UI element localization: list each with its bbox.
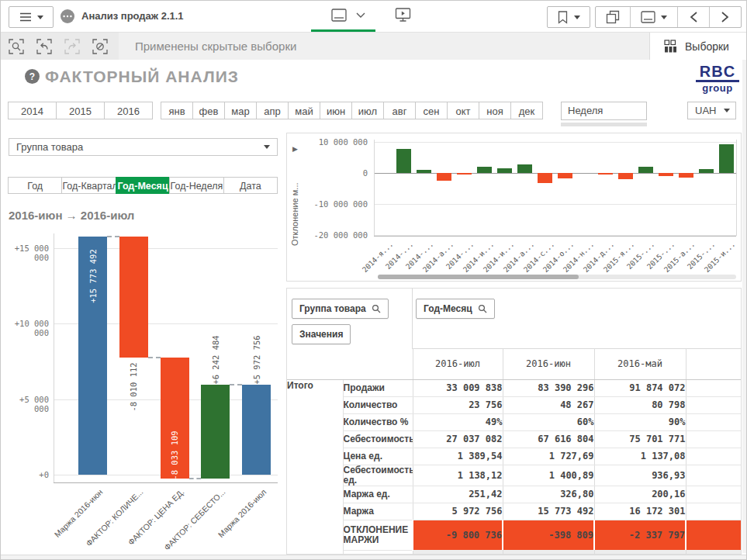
month-button[interactable]: дек [510,102,543,119]
pivot-highlight-cell [686,520,742,550]
pivot-value-cell: 23 756 [413,396,503,413]
week-filter-input[interactable]: Неделя [561,102,647,120]
month-button[interactable]: июн [320,102,352,119]
tab-Год-Неделя[interactable]: Год-Неделя [169,177,223,194]
chevron-down-icon [661,16,667,19]
pivot-value-cell: 75 701 771 [594,430,686,448]
pivot-column-header[interactable]: 2016-май [594,348,686,379]
tab-Год[interactable]: Год [8,177,62,194]
deviation-bar[interactable] [719,144,734,173]
period-tabs: ГодГод-КварталГод-МесяцГод-НеделяДата [9,177,278,194]
deviation-bar[interactable] [396,149,411,173]
waterfall-bar[interactable] [119,237,148,358]
waterfall-connector [230,384,242,385]
pivot-measure-label[interactable]: Себестоимость [343,430,413,448]
month-button[interactable]: авг [383,102,416,119]
pivot-value-cell [686,448,742,465]
sheet-nav-group [595,6,742,28]
smart-search-icon[interactable] [9,39,24,54]
month-button[interactable]: май [288,102,320,119]
selections-bar: Применены скрытые выборки Выборки [1,33,746,60]
month-button[interactable]: янв [161,102,193,119]
x-axis-category-label: ФАКТОР: ЦЕНА ЕД. [113,487,185,559]
chart-scrollbar-thumb[interactable] [378,275,579,279]
clear-selections-icon[interactable] [92,39,108,54]
undo-selection-icon[interactable] [36,39,52,54]
year-button[interactable]: 2016 [104,102,153,119]
selections-panel-button[interactable]: Выборки [649,33,746,60]
pivot-values-button[interactable]: Значения [292,324,351,344]
prev-sheet-button[interactable] [678,7,710,27]
deviation-bar[interactable] [538,173,552,183]
year-button[interactable]: 2015 [56,102,105,119]
pivot-measure-label[interactable]: Количество % [343,413,413,430]
currency-dropdown[interactable]: UAH [687,102,736,119]
pivot-column-header[interactable]: 2016-июл [413,348,503,379]
sheet-list-button[interactable] [631,7,678,27]
bar-value-label: +15 773 492 [88,249,98,303]
waterfall-bar[interactable] [201,385,230,479]
deviation-bar[interactable] [457,173,472,175]
deviation-bar[interactable] [558,173,572,178]
pivot-corner-cell [287,348,413,379]
tab-Год-Квартал[interactable]: Год-Квартал [61,177,116,194]
month-button[interactable]: фев [192,102,225,119]
bookmarks-button[interactable] [547,6,590,28]
sheet-selector[interactable] [331,9,365,22]
pivot-measure-label[interactable]: Себестоимость ед. [343,465,413,486]
waterfall-chart: +15 000 000+10 000 000+5 000 000+0+15 77… [9,230,278,559]
x-axis-category-label: Маржа 2016-июл [195,487,268,559]
tab-Год-Месяц[interactable]: Год-Месяц [116,177,170,194]
help-icon[interactable]: ? [25,69,40,84]
deviation-bar[interactable] [679,173,693,178]
pivot-measure-label[interactable]: Маржа [343,503,413,520]
pivot-measure-label[interactable]: Маржа ед. [343,486,413,503]
deviation-chart: 10 000 0000-10 000 000-20 000 000▶Отклон… [286,133,742,282]
deviation-bar[interactable] [517,164,532,173]
deviation-bar[interactable] [659,173,673,176]
pivot-column-header[interactable]: 2016-июн [503,348,594,379]
pivot-dimension-label: Группа товара [299,303,366,314]
next-sheet-button[interactable] [710,7,741,27]
pivot-measure-label[interactable]: ОТКЛОНЕНИЕ МАРЖИ [343,520,413,550]
bookmark-icon [558,11,568,24]
hamburger-icon [19,12,32,22]
pivot-dimension-button[interactable]: Группа товара [292,299,389,319]
redo-selection-icon[interactable] [64,39,80,54]
pivot-value-cell: 200,16 [594,486,686,503]
deviation-bar[interactable] [417,170,431,173]
pivot-highlight-cell: -9 800 736 [413,520,503,550]
global-menu-button[interactable] [9,6,54,28]
month-button[interactable]: окт [447,102,479,119]
month-button[interactable]: июл [351,102,384,119]
pivot-column-button[interactable]: Год-Месяц [416,299,495,319]
month-button[interactable]: апр [256,102,289,119]
storytelling-button[interactable] [395,8,411,23]
product-group-dropdown[interactable]: Группа товара [9,138,278,156]
pivot-measure-label[interactable]: Количество [343,396,413,413]
pivot-measure-label[interactable]: Продажи [343,379,413,396]
deviation-bar[interactable] [598,173,613,175]
pivot-value-cell [686,503,742,520]
waterfall-bar[interactable] [242,385,271,475]
pivot-value-cell: 27 037 082 [413,430,503,448]
currency-value: UAH [695,105,716,116]
month-button[interactable]: мар [224,102,257,119]
deviation-bar[interactable] [477,167,492,173]
plot-right-border [736,140,737,236]
month-button[interactable]: сен [415,102,448,119]
deviation-bar[interactable] [699,169,714,173]
deviation-bar[interactable] [497,168,512,173]
deviation-bar[interactable] [437,173,451,181]
pivot-total-row-header[interactable]: Итого [287,379,343,555]
duplicate-sheet-button[interactable] [596,7,631,27]
tab-Дата[interactable]: Дата [223,177,278,194]
pivot-value-cell: 1 137,08 [594,448,686,465]
year-button[interactable]: 2014 [8,102,57,119]
deviation-bar[interactable] [638,167,653,173]
deviation-bar[interactable] [618,173,633,179]
month-button[interactable]: ноя [479,102,511,119]
pivot-measure-label[interactable]: Цена ед. [343,448,413,465]
logo-line1: RBC [696,64,739,82]
waterfall-connector [148,357,161,358]
